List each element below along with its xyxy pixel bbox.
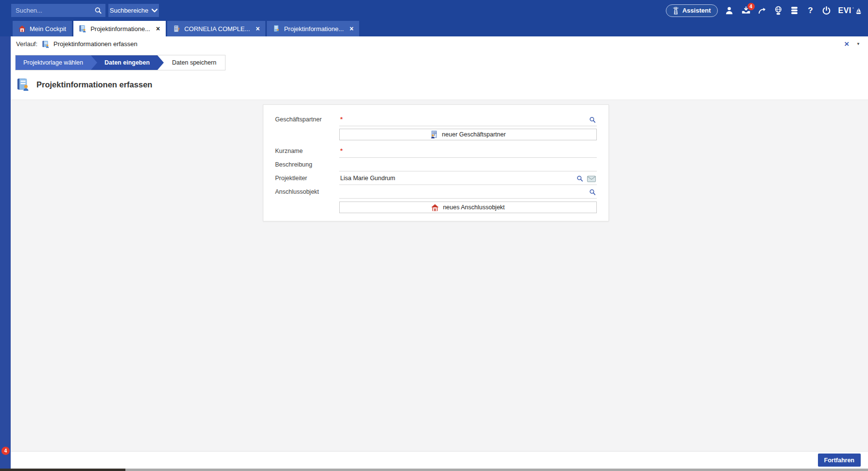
bottom-screen-edge <box>0 469 868 471</box>
new-anschlussobjekt-button[interactable]: neues Anschlussobjekt <box>339 202 597 213</box>
business-partner-icon <box>430 131 438 138</box>
project-form-card: Geschäftspartner * <box>263 104 609 221</box>
application-window: Suchbereiche Assistent 4 <box>0 0 868 98</box>
search-input[interactable] <box>16 7 94 14</box>
project-document-icon <box>273 25 280 33</box>
sidebar-collapsed-strip: > <box>0 21 11 469</box>
top-bar: Suchbereiche Assistent 4 <box>0 0 868 21</box>
brand-logo: EVI° <box>838 6 862 15</box>
topbar-actions: Assistent 4 ? EVI° <box>666 4 868 17</box>
history-entry-label: Projektinformationen erfassen <box>53 40 138 48</box>
tab-close-icon[interactable]: × <box>349 25 353 32</box>
database-icon[interactable] <box>790 6 799 15</box>
required-marker: * <box>340 116 343 123</box>
user-icon[interactable] <box>725 6 734 15</box>
tab-label: Projektinformatione... <box>284 25 344 33</box>
search-scope-label: Suchbereiche <box>110 7 149 14</box>
brand-mark: ° <box>852 7 854 11</box>
redo-arrow-icon[interactable] <box>758 7 767 14</box>
project-document-icon <box>42 40 50 48</box>
mail-icon[interactable] <box>587 176 596 182</box>
tab-label: Projektinformatione... <box>90 25 150 33</box>
wizard: Projektvorlage wählen Daten eingeben Dat… <box>15 55 226 70</box>
search-icon[interactable] <box>94 7 102 15</box>
notification-badge: 4 <box>747 3 755 10</box>
help-icon[interactable]: ? <box>806 6 815 16</box>
field-geschaeftspartner[interactable]: * <box>339 113 597 126</box>
wizard-steps-bar: Projektvorlage wählen Daten eingeben Dat… <box>11 51 868 75</box>
tab-projektinformationen-2[interactable]: Projektinformatione... × <box>267 21 359 36</box>
close-view-icon[interactable]: × <box>844 40 849 48</box>
footer-bar: Fortfahren <box>11 451 868 469</box>
tab-cornelia[interactable]: CORNELIA COMPLE... × <box>167 21 265 36</box>
new-anschlussobjekt-label: neues Anschlussobjekt <box>443 204 504 211</box>
tab-projektinformationen-active[interactable]: Projektinformatione... × <box>73 21 166 36</box>
home-icon <box>18 25 26 32</box>
history-label: Verlauf: <box>16 40 37 48</box>
caret-down-icon[interactable]: ▼ <box>856 42 860 46</box>
search-lookup-icon[interactable] <box>589 117 596 123</box>
search-lookup-icon[interactable] <box>589 189 596 196</box>
field-label-kurzname: Kurzname <box>275 144 339 158</box>
wizard-step-daten-eingeben[interactable]: Daten eingeben <box>91 55 157 70</box>
globe-user-icon[interactable] <box>774 6 783 15</box>
field-label-beschreibung: Beschreibung <box>275 158 339 171</box>
page-title: Projektinformationen erfassen <box>36 80 152 89</box>
global-search-box[interactable] <box>11 4 105 17</box>
bottom-notification-badge[interactable]: 4 <box>1 447 10 455</box>
field-label-projektleiter: Projektleiter <box>275 171 339 185</box>
tab-close-icon[interactable]: × <box>256 25 260 32</box>
field-projektleiter[interactable] <box>339 171 597 185</box>
tab-label: CORNELIA COMPLE... <box>184 25 250 33</box>
history-bar: Verlauf: Projektinformationen erfassen ×… <box>11 36 868 51</box>
required-marker: * <box>340 147 343 154</box>
continue-button[interactable]: Fortfahren <box>818 454 861 467</box>
chevron-down-icon <box>152 9 157 13</box>
power-icon[interactable] <box>822 6 831 15</box>
field-label-geschaeftspartner: Geschäftspartner <box>275 113 339 126</box>
project-document-icon <box>79 25 87 33</box>
kurzname-input[interactable] <box>345 148 596 154</box>
building-icon <box>173 25 180 33</box>
assistant-button[interactable]: Assistent <box>666 4 718 17</box>
history-entry[interactable]: Projektinformationen erfassen <box>42 40 138 48</box>
search-lookup-icon[interactable] <box>576 175 583 182</box>
search-scope-dropdown[interactable]: Suchbereiche <box>108 4 159 17</box>
projektleiter-input[interactable] <box>340 175 596 182</box>
field-kurzname[interactable]: * <box>339 144 597 158</box>
page-header: Projektinformationen erfassen <box>11 75 868 98</box>
workspace: Verlauf: Projektinformationen erfassen ×… <box>11 36 868 98</box>
field-label-anschlussobjekt: Anschlussobjekt <box>275 185 339 199</box>
geschaeftspartner-input[interactable] <box>345 116 596 123</box>
new-geschaeftspartner-button[interactable]: neuer Geschäftspartner <box>339 129 597 140</box>
tab-mein-cockpit[interactable]: Mein Cockpit <box>13 21 72 36</box>
anschlussobjekt-input[interactable] <box>340 188 596 195</box>
beschreibung-input[interactable] <box>340 161 596 168</box>
new-geschaeftspartner-label: neuer Geschäftspartner <box>442 131 505 138</box>
wizard-step-projektvorlage[interactable]: Projektvorlage wählen <box>16 55 91 70</box>
field-anschlussobjekt[interactable] <box>339 185 597 199</box>
content-area: Geschäftspartner * <box>11 100 868 451</box>
tab-bar: Mein Cockpit Projektinformatione... × CO… <box>0 21 868 36</box>
brand-text: EVI <box>838 6 851 15</box>
wizard-step-daten-speichern[interactable]: Daten speichern <box>157 55 225 70</box>
project-document-icon <box>17 78 30 91</box>
field-beschreibung[interactable] <box>339 158 597 171</box>
sailboat-icon <box>855 6 862 15</box>
assistant-label: Assistent <box>682 7 711 14</box>
tab-label: Mein Cockpit <box>30 25 66 33</box>
tab-close-icon[interactable]: × <box>156 25 160 32</box>
house-icon <box>431 204 439 211</box>
lighthouse-icon <box>673 6 679 15</box>
inbox-icon[interactable]: 4 <box>741 6 751 15</box>
